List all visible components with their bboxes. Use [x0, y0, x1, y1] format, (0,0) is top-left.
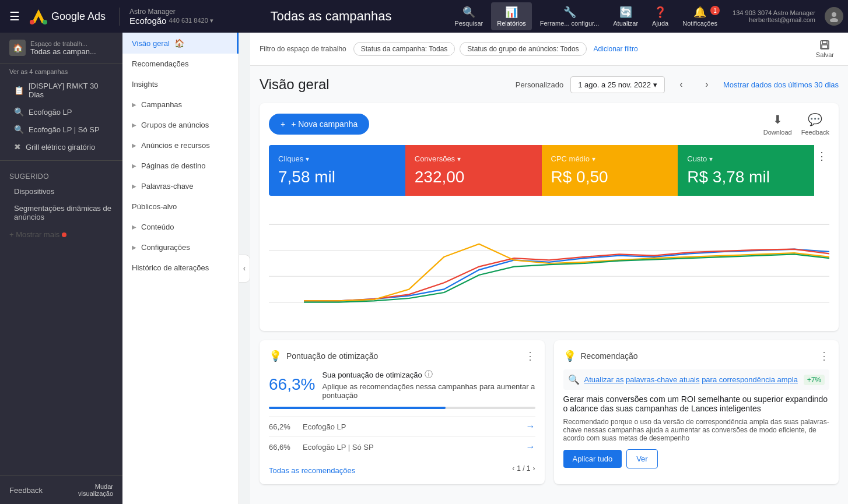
conversoes-dropdown-icon: ▾ [457, 155, 461, 163]
metric-cpc[interactable]: CPC médio ▾ R$ 0,50 [542, 145, 678, 196]
download-action[interactable]: ⬇ Download [763, 112, 792, 136]
nav-ajuda[interactable]: ❓ Ajuda [646, 2, 674, 30]
sidebar-item-dispositivos[interactable]: Dispositivos [0, 183, 122, 200]
chevron-right-icon-2: ▶ [132, 122, 136, 128]
optimization-header: 💡 Pontuação de otimização ⋮ [269, 350, 535, 362]
account-info[interactable]: Astro Manager Ecofogão 440 631 8420 ▾ [120, 8, 213, 26]
show-30-days-link[interactable]: Mostrar dados dos últimos 30 dias [723, 80, 839, 89]
pagination-control[interactable]: ‹ 1 / 1 › [512, 464, 535, 473]
add-filter-button[interactable]: Adicionar filtro [594, 45, 638, 53]
feedback-label: Feedback [801, 129, 829, 136]
nav-conteudo[interactable]: ▶ Conteúdo [122, 217, 239, 237]
nav-anuncios-recursos[interactable]: ▶ Anúncios e recursos [122, 135, 239, 156]
visao-geral-title: Visão geral [260, 76, 509, 93]
nav-palavras-chave[interactable]: ▶ Palavras-chave [122, 176, 239, 196]
red-dot-indicator [62, 232, 66, 237]
opt-row-1-arrow[interactable]: → [526, 421, 535, 432]
view-button[interactable]: Ver [626, 449, 658, 468]
nav-pesquisar[interactable]: 🔍 Pesquisar [448, 2, 489, 30]
account-email: herberttest@gmail.com [749, 16, 815, 23]
plus-icon: + [281, 119, 285, 129]
cliques-label: Cliques [278, 154, 303, 163]
svg-point-1 [43, 20, 47, 24]
reports-icon: 📊 [505, 6, 518, 19]
nav-notificacoes[interactable]: 🔔 1 Notificações [677, 2, 723, 30]
nav-atualizar[interactable]: 🔄 Atualizar [607, 2, 644, 30]
rec-search-icon: 🔍 [568, 374, 580, 385]
sidebar-item-ecofogao-sp[interactable]: 🔍 Ecofogão LP | Só SP [0, 121, 122, 138]
left-sidebar: 🏠 Espaço de trabalh... Todas as campan..… [0, 33, 122, 504]
opt-percent-value: 66,3% [269, 375, 315, 394]
campaigns-section-label[interactable]: Ver as 4 campanhas [0, 64, 122, 77]
nav-grupos-anuncios[interactable]: ▶ Grupos de anúncios [122, 115, 239, 135]
opt-row-2-arrow[interactable]: → [526, 442, 535, 452]
recommendation-search-row: 🔍 Atualizar as palavras-chave atuais par… [563, 369, 830, 390]
notification-icon: 🔔 [693, 6, 706, 19]
new-campaign-button[interactable]: + + Nova campanha [269, 114, 369, 135]
nav-historico[interactable]: Histórico de alterações [122, 258, 239, 278]
workspace-label: Espaço de trabalh... [30, 40, 96, 47]
optimization-more-icon[interactable]: ⋮ [525, 350, 535, 362]
opt-row-2-percent: 66,6% [269, 443, 298, 452]
workspace-item[interactable]: 🏠 Espaço de trabalh... Todas as campan..… [0, 33, 122, 64]
menu-hamburger[interactable]: ☰ [5, 5, 24, 28]
sidebar-change-view[interactable]: Mudar visualização [78, 483, 113, 497]
adgroup-status-filter[interactable]: Status do grupo de anúncios: Todos [460, 42, 586, 56]
apply-all-button[interactable]: Aplicar tudo [563, 450, 622, 468]
chevron-right-icon-4: ▶ [132, 163, 136, 169]
next-page-icon[interactable]: › [533, 464, 535, 473]
account-manager-label: Astro Manager [129, 8, 213, 16]
nav-ferramentas[interactable]: 🔧 Ferrame... configur... [534, 2, 605, 30]
rec-link-text[interactable]: palavras-chave atuais [626, 375, 699, 384]
opt-row-1-name: Ecofogão LP [303, 422, 526, 431]
search-small-icon: 🔍 [14, 107, 24, 117]
nav-campanhas[interactable]: ▶ Campanhas [122, 94, 239, 115]
help-icon: ❓ [654, 6, 667, 19]
card-actions: ⬇ Download 💬 Feedback [763, 112, 829, 136]
show-more-button[interactable]: + Mostrar mais [0, 225, 122, 244]
nav-configuracoes[interactable]: ▶ Configurações [122, 237, 239, 258]
sidebar-item-segmentacoes[interactable]: Segmentações dinâmicas de anúncios [0, 200, 122, 225]
sidebar-item-display[interactable]: 📋 [DISPLAY] RMKT 30 Dias [0, 77, 122, 103]
feedback-action[interactable]: 💬 Feedback [801, 112, 829, 136]
nav-insights[interactable]: Insights [122, 74, 239, 94]
date-next-button[interactable]: › [698, 75, 716, 94]
main-content: Filtro do espaço de trabalho Status da c… [250, 33, 848, 504]
sidebar-divider [0, 160, 122, 161]
opt-help-icon[interactable]: ⓘ [425, 369, 433, 380]
sidebar-item-ecofogao-lp[interactable]: 🔍 Ecofogão LP [0, 103, 122, 121]
user-avatar[interactable] [825, 7, 843, 26]
nav-recomendacoes[interactable]: Recomendações [122, 54, 239, 74]
date-prev-button[interactable]: ‹ [672, 75, 691, 94]
date-picker[interactable]: 1 ago. a 25 nov. 2022 ▾ [570, 76, 665, 93]
save-button[interactable]: Salvar [811, 37, 839, 61]
rec-main-title: Gerar mais conversões com um ROI semelha… [563, 394, 830, 413]
page-title: Todas as campanhas [218, 9, 444, 24]
nav-publicos-alvo[interactable]: Públicos-alvo [122, 196, 239, 217]
nav-visao-geral[interactable]: Visão geral 🏠 [122, 33, 239, 54]
visao-geral-header: Visão geral Personalizado 1 ago. a 25 no… [260, 75, 839, 94]
nav-relatorios[interactable]: 📊 Relatórios [491, 2, 532, 30]
save-icon [819, 40, 830, 50]
home-icon: 🏠 [174, 38, 184, 48]
workspace-text: Espaço de trabalh... Todas as campan... [30, 40, 96, 56]
prev-page-icon[interactable]: ‹ [512, 464, 514, 473]
campaign-status-filter[interactable]: Status da campanha: Todas [353, 42, 455, 56]
svg-rect-6 [822, 41, 827, 44]
sidebar-feedback-label[interactable]: Feedback [9, 486, 43, 495]
metric-cliques[interactable]: Cliques ▾ 7,58 mil [269, 145, 405, 196]
more-options-icon[interactable]: ⋮ [817, 150, 827, 162]
account-right-name: 134 903 3074 Astro Manager [733, 9, 815, 16]
see-all-recommendations-link[interactable]: Todas as recomendações [269, 466, 355, 475]
sidebar-item-grill[interactable]: ✖ Grill elétrico giratório [0, 138, 122, 156]
collapse-nav-button[interactable]: ‹ [239, 255, 250, 283]
recommendation-more-icon[interactable]: ⋮ [819, 350, 829, 362]
metric-conversoes[interactable]: Conversões ▾ 232,00 [405, 145, 542, 196]
notification-badge: 1 [710, 6, 720, 15]
sidebar-bottom: Feedback Mudar visualização [0, 475, 122, 504]
workspace-name: Todas as campan... [30, 47, 96, 56]
cpc-value: R$ 0,50 [551, 168, 669, 186]
optimization-score-row: 66,3% Sua pontuação de otimização ⓘ Apli… [269, 369, 535, 400]
metric-custo[interactable]: Custo ▾ R$ 3,78 mil [678, 145, 814, 196]
nav-paginas-destino[interactable]: ▶ Páginas de destino [122, 156, 239, 176]
